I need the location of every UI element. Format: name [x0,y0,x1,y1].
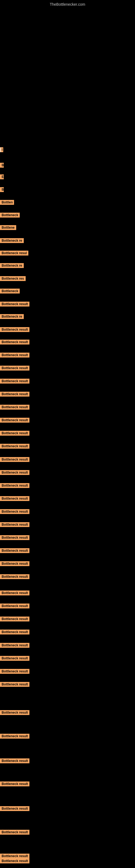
bottleneck-result-label: Bottleneck re [0,263,24,268]
bottleneck-result-label: Bottleneck result [0,366,30,371]
bottleneck-result-label: Bottleneck result [0,781,30,786]
bottleneck-result-label: Bottleneck result [0,682,30,687]
bottleneck-result-label: Bottleneck result [0,379,30,383]
bottleneck-result-label: Bottleneck [0,289,20,293]
bottleneck-result-label: B [0,187,4,192]
bottleneck-result-label: Bottleneck result [0,302,30,307]
bottleneck-result-label: Bottleneck result [0,734,30,739]
bottleneck-result-label: Bottleneck result [0,656,30,661]
bottleneck-result-label: Bottleneck re [0,238,24,243]
bottleneck-result-label: Bottlen [0,200,14,205]
bottleneck-result-label: Bottlene [0,225,16,230]
bottleneck-result-label: Bottleneck result [0,617,30,621]
bottleneck-result-label: Bottleneck result [0,590,30,595]
bottleneck-result-label: Bottleneck [0,213,20,218]
bottleneck-result-label: Bottleneck result [0,758,30,763]
bottleneck-result-label: Bottleneck result [0,859,30,863]
bottleneck-result-label: Bottleneck result [0,431,30,436]
bottleneck-result-label: Bottleneck re [0,314,24,319]
bottleneck-result-label: Bottleneck result [0,806,30,811]
bottleneck-result-label: Bottleneck result [0,470,30,475]
bottleneck-result-label: Bottleneck result [0,340,30,344]
bottleneck-result-label: Bottleneck result [0,327,30,332]
bottleneck-result-label: B [0,163,4,167]
bottleneck-result-label: Bottleneck result [0,509,30,514]
bottleneck-result-label: Bottleneck result [0,522,30,527]
bottleneck-result-label: Bottleneck result [0,405,30,410]
bottleneck-result-label: Bottleneck result [0,574,30,579]
bottleneck-result-label: Bottleneck result [0,643,30,648]
bottleneck-result-label: Bottleneck result [0,548,30,553]
bottleneck-result-label: Bottleneck result [0,444,30,448]
bottleneck-result-label: Bottleneck result [0,535,30,540]
cursor-line [1,147,1,152]
bottleneck-result-label: Bottleneck resul [0,251,28,255]
bottleneck-result-label: Bottleneck result [0,854,30,859]
bottleneck-result-label: Bottleneck result [0,669,30,674]
bottleneck-result-label: Bottleneck result [0,830,30,835]
bottleneck-result-label: Bottleneck result [0,603,30,609]
bottleneck-result-label: Bottleneck res [0,276,26,281]
bottleneck-result-label: Bottleneck result [0,496,30,501]
bottleneck-result-label: Bottleneck result [0,457,30,462]
bottleneck-result-label: Bottleneck result [0,392,30,397]
bottleneck-result-label: Bottleneck result [0,483,30,488]
site-title: TheBottlenecker.com [50,2,85,6]
bottleneck-result-label: Bottleneck result [0,561,30,566]
bottleneck-result-label: Bottleneck result [0,710,30,715]
bottleneck-result-label: Bottleneck result [0,418,30,423]
bottleneck-result-label: E [0,175,4,179]
bottleneck-result-label: Bottleneck result [0,629,30,634]
bottleneck-result-label: Bottleneck result [0,352,30,358]
